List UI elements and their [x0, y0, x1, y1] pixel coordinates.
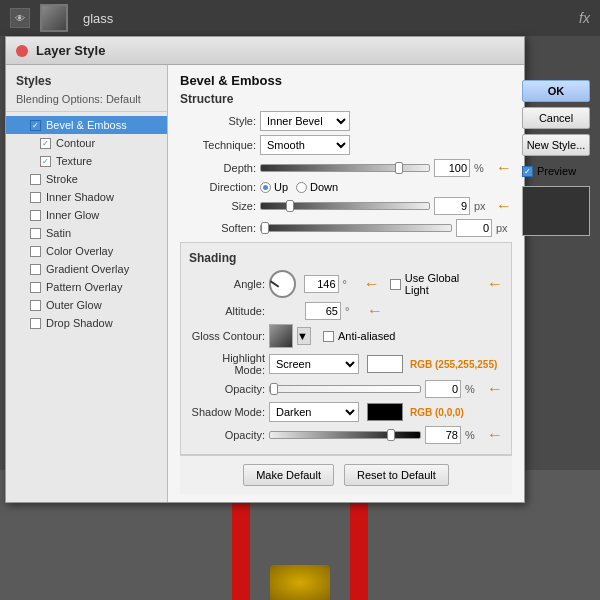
- size-slider-track[interactable]: [260, 202, 430, 210]
- shadow-mode-select[interactable]: Darken: [269, 402, 359, 422]
- style-label: Style:: [180, 115, 256, 127]
- satin-checkbox[interactable]: [30, 228, 41, 239]
- sidebar-item-outer-glow[interactable]: Outer Glow: [6, 296, 167, 314]
- ok-button[interactable]: OK: [522, 80, 590, 102]
- reset-to-default-button[interactable]: Reset to Default: [344, 464, 449, 486]
- contour-checkbox[interactable]: ✓: [40, 138, 51, 149]
- direction-down-label: Down: [310, 181, 338, 193]
- close-button[interactable]: [16, 45, 28, 57]
- stroke-checkbox[interactable]: [30, 174, 41, 185]
- sidebar-item-inner-shadow[interactable]: Inner Shadow: [6, 188, 167, 206]
- sidebar-item-bevel-emboss[interactable]: ✓ Bevel & Emboss: [6, 116, 167, 134]
- shadow-color-swatch[interactable]: [367, 403, 403, 421]
- size-label: Size:: [180, 200, 256, 212]
- layer-thumbnail: [40, 4, 68, 32]
- technique-row: Technique: Smooth: [180, 135, 512, 155]
- sidebar-item-gradient-overlay[interactable]: Gradient Overlay: [6, 260, 167, 278]
- size-slider-container: 9 px ←: [260, 197, 512, 215]
- inner-glow-checkbox[interactable]: [30, 210, 41, 221]
- direction-down-radio[interactable]: [296, 182, 307, 193]
- compass-needle: [270, 280, 279, 287]
- fx-label: fx: [579, 10, 590, 26]
- highlight-opacity-track[interactable]: [269, 385, 421, 393]
- pattern-overlay-checkbox[interactable]: [30, 282, 41, 293]
- bevel-emboss-checkbox[interactable]: ✓: [30, 120, 41, 131]
- eye-icon: 👁: [10, 8, 30, 28]
- highlight-color-swatch[interactable]: [367, 355, 403, 373]
- highlight-opacity-thumb[interactable]: [270, 383, 278, 395]
- shadow-mode-label: Shadow Mode:: [189, 406, 265, 418]
- sidebar-item-inner-glow[interactable]: Inner Glow: [6, 206, 167, 224]
- soften-slider-track[interactable]: [260, 224, 452, 232]
- angle-value[interactable]: 146: [304, 275, 339, 293]
- size-slider-thumb[interactable]: [286, 200, 294, 212]
- gloss-contour-dropdown-arrow[interactable]: ▼: [297, 327, 311, 345]
- inner-shadow-checkbox[interactable]: [30, 192, 41, 203]
- sidebar-item-texture[interactable]: ✓ Texture: [6, 152, 167, 170]
- highlight-opacity-slider-container: 0 % ←: [269, 380, 503, 398]
- angle-compass[interactable]: [269, 270, 296, 298]
- soften-slider-thumb[interactable]: [261, 222, 269, 234]
- gloss-contour-label: Gloss Contour:: [189, 330, 265, 342]
- sidebar-item-satin[interactable]: Satin: [6, 224, 167, 242]
- action-buttons-panel: OK Cancel New Style... ✓ Preview: [522, 80, 590, 236]
- styles-label: Styles: [6, 71, 167, 91]
- highlight-opacity-row: Opacity: 0 % ←: [189, 380, 503, 398]
- gloss-contour-preview[interactable]: [269, 324, 293, 348]
- size-arrow: ←: [496, 197, 512, 215]
- bevel-emboss-label: Bevel & Emboss: [46, 119, 127, 131]
- highlight-mode-select[interactable]: Screen: [269, 354, 359, 374]
- depth-slider-track[interactable]: [260, 164, 430, 172]
- preview-checkbox[interactable]: ✓: [522, 166, 533, 177]
- soften-value[interactable]: 0: [456, 219, 492, 237]
- satin-label: Satin: [46, 227, 71, 239]
- make-default-button[interactable]: Make Default: [243, 464, 334, 486]
- cancel-button[interactable]: Cancel: [522, 107, 590, 129]
- direction-up-option[interactable]: Up: [260, 181, 288, 193]
- shadow-opacity-value[interactable]: 78: [425, 426, 461, 444]
- texture-checkbox[interactable]: ✓: [40, 156, 51, 167]
- sidebar-item-contour[interactable]: ✓ Contour: [6, 134, 167, 152]
- anti-aliased-label: Anti-aliased: [338, 330, 395, 342]
- style-select[interactable]: Inner Bevel: [260, 111, 350, 131]
- sidebar-item-stroke[interactable]: Stroke: [6, 170, 167, 188]
- angle-label: Angle:: [189, 278, 265, 290]
- soften-label: Soften:: [180, 222, 256, 234]
- shadow-opacity-thumb[interactable]: [387, 429, 395, 441]
- sidebar-item-pattern-overlay[interactable]: Pattern Overlay: [6, 278, 167, 296]
- direction-down-option[interactable]: Down: [296, 181, 338, 193]
- shadow-opacity-track[interactable]: [269, 431, 421, 439]
- highlight-opacity-arrow: ←: [487, 380, 503, 398]
- anti-aliased-checkbox[interactable]: [323, 331, 334, 342]
- dialog-title-bar: Layer Style: [6, 37, 524, 65]
- new-style-button[interactable]: New Style...: [522, 134, 590, 156]
- highlight-color-badge: RGB (255,255,255): [410, 359, 497, 370]
- preview-label: Preview: [537, 165, 576, 177]
- size-value[interactable]: 9: [434, 197, 470, 215]
- depth-unit: %: [474, 162, 490, 174]
- top-bar: 👁 glass fx: [0, 0, 600, 36]
- technique-label: Technique:: [180, 139, 256, 151]
- drop-shadow-checkbox[interactable]: [30, 318, 41, 329]
- gradient-overlay-checkbox[interactable]: [30, 264, 41, 275]
- altitude-value[interactable]: 65: [305, 302, 341, 320]
- highlight-opacity-value[interactable]: 0: [425, 380, 461, 398]
- direction-radio-group: Up Down: [260, 181, 338, 193]
- altitude-arrow: ←: [367, 302, 383, 320]
- technique-select[interactable]: Smooth: [260, 135, 350, 155]
- depth-value[interactable]: 100: [434, 159, 470, 177]
- gold-base: [270, 565, 330, 600]
- color-overlay-checkbox[interactable]: [30, 246, 41, 257]
- sidebar-item-drop-shadow[interactable]: Drop Shadow: [6, 314, 167, 332]
- direction-up-radio[interactable]: [260, 182, 271, 193]
- global-light-arrow: ←: [487, 275, 503, 293]
- highlight-opacity-label: Opacity:: [189, 383, 265, 395]
- depth-slider-container: 100 % ←: [260, 159, 512, 177]
- layer-style-dialog: Layer Style Styles Blending Options: Def…: [5, 36, 525, 503]
- section-title: Bevel & Emboss: [180, 73, 512, 88]
- global-light-checkbox[interactable]: [390, 279, 401, 290]
- depth-slider-thumb[interactable]: [395, 162, 403, 174]
- outer-glow-checkbox[interactable]: [30, 300, 41, 311]
- sidebar-item-color-overlay[interactable]: Color Overlay: [6, 242, 167, 260]
- right-panel: Bevel & Emboss Structure Style: Inner Be…: [168, 65, 524, 502]
